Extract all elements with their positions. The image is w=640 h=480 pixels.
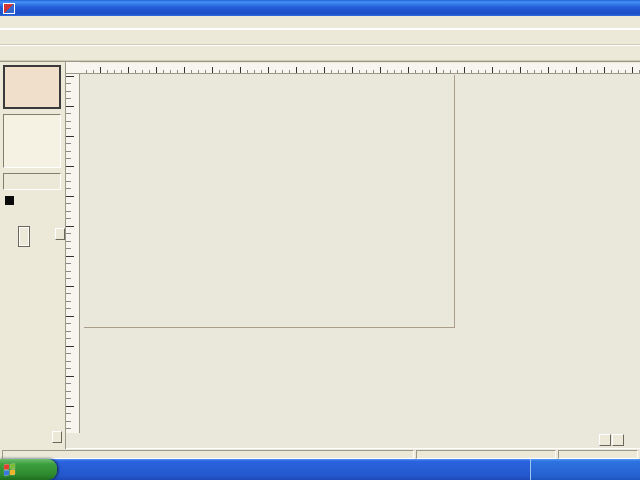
app-icon (3, 3, 15, 14)
status-panel-right (558, 450, 638, 459)
current-colour-swatch[interactable] (3, 173, 61, 190)
horizontal-ruler (80, 63, 640, 74)
palette-scroll-up-button[interactable] (55, 228, 65, 240)
menu-bar (0, 16, 640, 29)
blend-selector-row (3, 208, 63, 223)
tabs-scroll-right-button[interactable] (612, 434, 624, 446)
start-button[interactable] (0, 459, 57, 480)
status-bar (0, 448, 640, 459)
document-tab-bar (66, 433, 640, 448)
screen (0, 0, 640, 480)
workspace (0, 61, 640, 433)
system-tray (530, 459, 640, 480)
status-panel-left (2, 450, 414, 459)
design-canvas[interactable] (84, 75, 455, 328)
design-preview[interactable] (3, 65, 61, 109)
marker-row (5, 195, 61, 205)
vertical-ruler (66, 74, 80, 449)
windows-logo-icon (4, 463, 17, 476)
title-bar[interactable] (0, 0, 640, 16)
black-marker-icon[interactable] (5, 196, 14, 205)
tabs-scroll-left-button[interactable] (599, 434, 611, 446)
status-colour-panel (416, 450, 556, 459)
taskbar (0, 459, 640, 480)
fabric-colour-swatch[interactable] (18, 226, 30, 247)
toolbar-stitches (0, 45, 640, 61)
palette-scroll-down-button[interactable] (52, 431, 62, 443)
left-panel (0, 62, 66, 449)
canvas-viewport (80, 74, 640, 434)
toolbar-main (0, 29, 640, 45)
coordinates-info (3, 114, 61, 168)
ruler-unit-label (66, 62, 80, 74)
